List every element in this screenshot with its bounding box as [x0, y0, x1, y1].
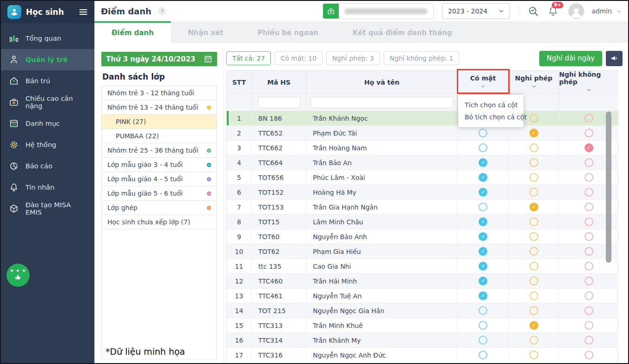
excused-checkbox[interactable]: ✓ [529, 321, 538, 330]
table-row-17[interactable]: 17TTC316Nguyễn Ngọc Anh Đức [227, 347, 617, 362]
table-row-3[interactable]: 3TTC662Trần Hoàng Nam✓ [227, 140, 617, 155]
unexcused-checkbox[interactable] [585, 188, 593, 197]
unexcused-checkbox[interactable] [585, 173, 593, 182]
unexcused-checkbox[interactable] [585, 277, 593, 285]
school-year-select[interactable]: 2023 - 2024 [442, 3, 510, 19]
code-filter-input[interactable] [258, 97, 300, 108]
table-row-10[interactable]: 10TOT62Phạm Gia Hiếu✓ [227, 244, 617, 259]
column-header-3[interactable]: Có mặt [458, 71, 509, 93]
sidebar-item-8[interactable]: Đào tạo MISA EMIS [1, 198, 94, 219]
announce-button[interactable] [606, 51, 623, 66]
excused-checkbox[interactable] [529, 247, 538, 256]
long-leave-button[interactable]: Nghỉ dài ngày [539, 51, 602, 66]
present-checkbox[interactable]: ✓ [479, 188, 487, 197]
sidebar-item-4[interactable]: Danh mục [1, 113, 94, 134]
table-row-1[interactable]: 1BN 186Trần Khánh Ngọc✓ [227, 111, 617, 125]
excused-checkbox[interactable] [529, 143, 538, 152]
excused-checkbox[interactable] [529, 351, 538, 359]
table-row-4[interactable]: 4TTC664Trần Bảo An✓ [227, 155, 617, 170]
unexcused-checkbox[interactable] [585, 158, 593, 167]
excused-checkbox[interactable] [529, 158, 538, 167]
present-checkbox[interactable]: ✓ [479, 262, 487, 271]
class-item-5[interactable]: Lớp mẫu giáo 3 - 4 tuổi [102, 158, 217, 172]
excused-checkbox[interactable] [529, 291, 538, 300]
excused-checkbox[interactable]: ✓ [529, 203, 538, 211]
unexcused-checkbox[interactable] [585, 203, 593, 211]
avatar[interactable] [568, 3, 584, 19]
hamburger-menu-icon[interactable] [79, 7, 88, 17]
table-row-16[interactable]: 16TTC314Trần Khánh My [227, 333, 617, 347]
present-checkbox[interactable] [479, 129, 487, 137]
excused-checkbox[interactable] [529, 306, 538, 315]
unexcused-checkbox[interactable] [585, 306, 593, 315]
table-row-2[interactable]: 2TTC652Phạm Đức Tài✓ [227, 125, 617, 140]
excused-checkbox[interactable] [529, 262, 538, 271]
present-checkbox[interactable]: ✓ [479, 173, 487, 182]
user-menu[interactable]: admin [592, 7, 612, 15]
sidebar-item-0[interactable]: Tổng quan [1, 28, 94, 49]
class-item-3[interactable]: PUMBAA (22) [102, 129, 217, 143]
user-chevron-down-icon[interactable] [617, 9, 622, 14]
unexcused-checkbox[interactable] [585, 336, 593, 345]
date-picker-bar[interactable]: Thứ 3 ngày 24/10/2023 [101, 52, 217, 66]
unexcused-checkbox[interactable] [585, 351, 593, 359]
class-item-8[interactable]: Lớp ghép [102, 201, 217, 215]
excused-checkbox[interactable] [529, 173, 538, 182]
excused-checkbox[interactable] [529, 277, 538, 285]
table-row-11[interactable]: 11ttc 135Cao Gia Nhi✓ [227, 259, 617, 273]
filter-chip-0[interactable]: Tất cả: 27 [226, 51, 271, 65]
tab-1[interactable]: Nhận xét [171, 21, 240, 43]
unexcused-checkbox[interactable] [585, 321, 593, 330]
unexcused-checkbox[interactable] [585, 247, 593, 256]
chevron-down-icon[interactable] [531, 83, 536, 90]
unexcused-checkbox[interactable] [585, 217, 593, 226]
table-row-12[interactable]: 12TTC460Trần Hải Minh✓ [227, 273, 617, 288]
table-row-13[interactable]: 13TTC461Nguyễn Tuệ An✓ [227, 288, 617, 303]
class-item-7[interactable]: Lớp mẫu giáo 5 - 6 tuổi [102, 186, 217, 201]
present-checkbox[interactable]: ✓ [479, 158, 487, 167]
tab-0[interactable]: Điểm danh [94, 21, 171, 43]
present-checkbox[interactable]: ✓ [479, 232, 487, 241]
school-selector[interactable] [323, 3, 434, 19]
table-row-14[interactable]: 14TOT 215Nguyễn Ngọc Gia Hân [227, 303, 617, 318]
chevron-down-icon[interactable] [586, 86, 592, 94]
help-icon[interactable]: ? [158, 7, 166, 15]
excused-checkbox[interactable] [529, 188, 538, 197]
unexcused-checkbox[interactable] [585, 232, 593, 241]
notifications-bell-icon[interactable]: 9+ [547, 5, 559, 17]
excused-checkbox[interactable] [529, 114, 538, 123]
table-row-8[interactable]: 8TOT15Lâm Minh Châu✓ [227, 214, 617, 229]
excused-checkbox[interactable] [529, 217, 538, 226]
dropdown-item-1[interactable]: Bỏ tích chọn cả cột [458, 111, 523, 123]
tab-2[interactable]: Phiếu bé ngoan [240, 21, 336, 43]
filter-chip-2[interactable]: Nghỉ phép: 3 [326, 51, 380, 65]
unexcused-checkbox[interactable] [585, 291, 593, 300]
unexcused-checkbox[interactable] [585, 262, 593, 271]
excused-checkbox[interactable]: ✓ [529, 129, 538, 137]
search-report-icon[interactable] [527, 5, 540, 18]
present-checkbox[interactable]: ✓ [479, 247, 487, 256]
sidebar-item-5[interactable]: Hệ thống [1, 134, 94, 155]
present-checkbox[interactable] [479, 321, 487, 330]
unexcused-checkbox[interactable] [585, 114, 593, 123]
class-item-1[interactable]: Nhóm trẻ 13 - 24 tháng tuổi [102, 100, 217, 115]
tab-3[interactable]: Kết quả điểm danh tháng [336, 21, 469, 43]
sidebar-item-2[interactable]: Bán trú [1, 70, 94, 92]
present-checkbox[interactable]: ✓ [479, 277, 487, 285]
present-checkbox[interactable] [479, 336, 487, 345]
name-filter-input[interactable] [311, 97, 453, 108]
present-checkbox[interactable] [479, 306, 487, 315]
present-checkbox[interactable]: ✓ [479, 291, 487, 300]
unexcused-checkbox[interactable] [585, 129, 593, 137]
column-header-4[interactable]: Nghỉ phép [509, 71, 559, 93]
present-checkbox[interactable] [479, 351, 487, 359]
table-row-15[interactable]: 15TTC313Trần Minh Khuê✓ [227, 318, 617, 333]
present-checkbox[interactable] [479, 143, 487, 152]
sidebar-item-7[interactable]: Tin nhắn [1, 177, 94, 198]
table-scrollbar-thumb[interactable] [606, 111, 611, 263]
filter-chip-1[interactable]: Có mặt: 10 [274, 51, 322, 65]
class-item-4[interactable]: Nhóm trẻ 25 - 36 tháng tuổi [102, 143, 217, 158]
unexcused-checkbox[interactable]: ✓ [585, 143, 593, 152]
table-row-6[interactable]: 6TOT152Hoàng Hà My✓ [227, 185, 617, 199]
feedback-fab-button[interactable]: ★ ★ ★ [6, 264, 30, 287]
